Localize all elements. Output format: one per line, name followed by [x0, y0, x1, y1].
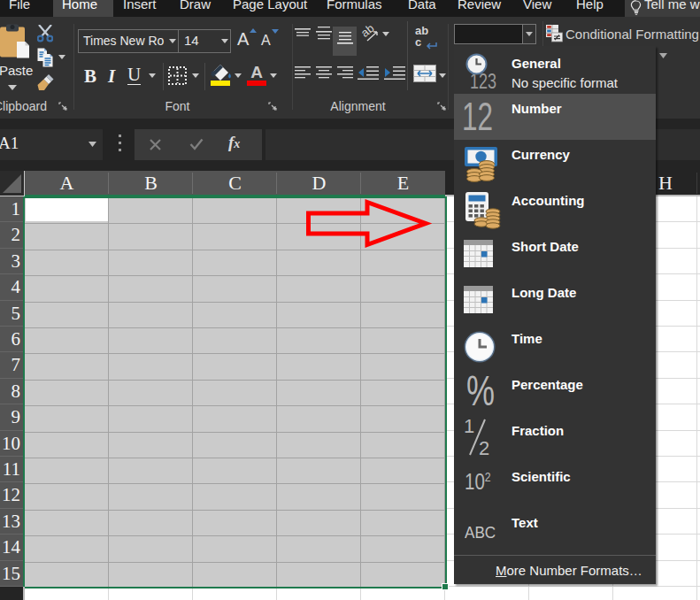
svg-text:2: 2	[479, 437, 489, 457]
svg-text:1: 1	[464, 418, 474, 437]
